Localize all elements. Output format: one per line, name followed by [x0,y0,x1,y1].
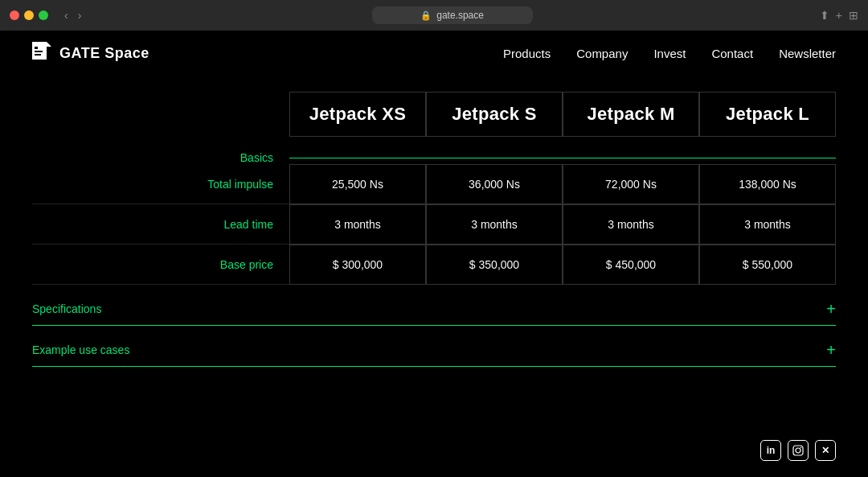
nav-contact[interactable]: Contact [711,47,753,60]
traffic-lights [10,10,48,20]
use-cases-label: Example use cases [32,343,826,356]
nav-products[interactable]: Products [503,47,551,60]
specifications-section: Specifications + [32,301,836,326]
nav-invest[interactable]: Invest [653,47,686,60]
lead-time-xs: 3 months [289,204,426,245]
total-impulse-xs: 25,500 Ns [289,164,426,204]
svg-rect-4 [35,54,41,56]
lead-time-label: Lead time [32,204,289,245]
col-header-m: Jetpack M [563,92,699,137]
total-impulse-row: Total impulse 25,500 Ns 36,000 Ns 72,000… [32,164,836,204]
column-headers: Jetpack XS Jetpack S Jetpack M Jetpack L [32,92,836,137]
forward-button[interactable]: › [75,7,85,23]
navigation: GATE Space Products Company Invest Conta… [0,31,868,76]
minimize-button[interactable] [24,10,34,20]
browser-controls: ‹ › [61,7,84,23]
main-content: Jetpack XS Jetpack S Jetpack M Jetpack L… [0,76,868,367]
nav-company[interactable]: Company [576,47,628,60]
url-text: gate.space [436,10,484,21]
col-spacer [32,92,289,137]
lead-time-m: 3 months [563,204,699,245]
basics-divider [289,158,836,158]
social-icons: in ✕ [760,440,836,461]
base-price-l: $ 550,000 [699,245,836,285]
col-header-l: Jetpack L [699,92,836,137]
maximize-button[interactable] [39,10,48,20]
svg-marker-1 [47,42,51,47]
use-cases-header[interactable]: Example use cases + [32,342,836,367]
nav-links: Products Company Invest Contact Newslett… [503,47,836,60]
page: GATE Space Products Company Invest Conta… [0,31,868,477]
lock-icon: 🔒 [420,10,432,21]
svg-point-7 [800,447,802,449]
logo-text: GATE Space [59,45,149,62]
specifications-label: Specifications [32,302,826,315]
base-price-xs: $ 300,000 [289,245,426,285]
back-button[interactable]: ‹ [61,7,72,23]
twitter-x-icon[interactable]: ✕ [815,440,836,461]
linkedin-icon[interactable]: in [760,440,781,461]
base-price-s: $ 350,000 [426,245,563,285]
basics-label: Basics [32,151,289,164]
base-price-row: Base price $ 300,000 $ 350,000 $ 450,000… [32,245,836,285]
total-impulse-m: 72,000 Ns [563,164,699,204]
svg-rect-2 [35,47,38,49]
svg-point-6 [796,448,800,453]
specifications-expand-icon[interactable]: + [826,301,836,317]
use-cases-section: Example use cases + [32,342,836,367]
browser-actions: ⬆ + ⊞ [820,9,858,22]
close-button[interactable] [10,10,19,20]
browser-chrome: ‹ › 🔒 gate.space ⬆ + ⊞ [0,0,868,31]
base-price-m: $ 450,000 [563,245,699,285]
total-impulse-label: Total impulse [32,164,289,204]
col-header-s: Jetpack S [426,92,563,137]
logo-icon [32,42,51,64]
use-cases-expand-icon[interactable]: + [826,342,836,358]
col-header-xs: Jetpack XS [289,92,426,137]
logo[interactable]: GATE Space [32,42,149,64]
nav-newsletter[interactable]: Newsletter [779,47,836,60]
base-price-label: Base price [32,245,289,285]
basics-section-header: Basics [32,151,836,164]
instagram-icon[interactable] [788,440,809,461]
lead-time-l: 3 months [699,204,836,245]
new-tab-icon[interactable]: + [836,9,842,22]
address-bar[interactable]: 🔒 gate.space [91,6,813,24]
specifications-header[interactable]: Specifications + [32,301,836,326]
svg-rect-5 [793,446,803,455]
lead-time-row: Lead time 3 months 3 months 3 months 3 m… [32,204,836,245]
total-impulse-l: 138,000 Ns [699,164,836,204]
url-display[interactable]: 🔒 gate.space [372,6,533,24]
lead-time-s: 3 months [426,204,563,245]
grid-icon[interactable]: ⊞ [849,9,858,22]
total-impulse-s: 36,000 Ns [426,164,563,204]
svg-rect-3 [35,51,43,52]
share-icon[interactable]: ⬆ [820,9,829,22]
